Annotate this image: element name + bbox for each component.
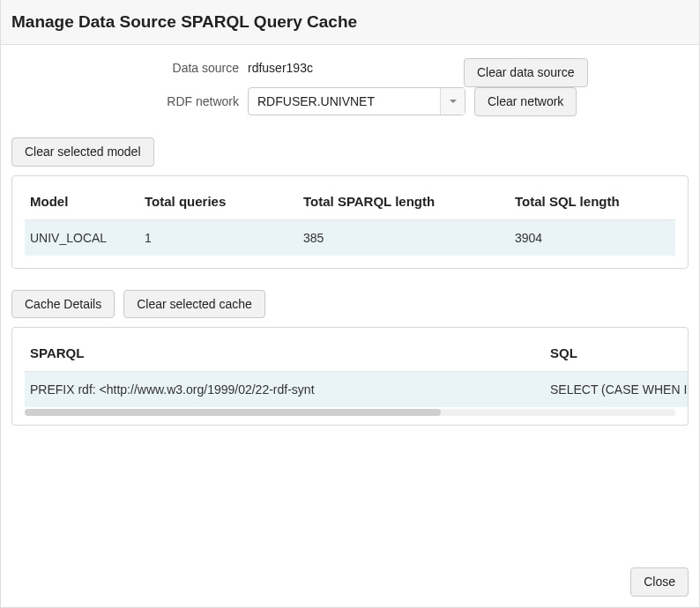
rdf-network-label: RDF network [11,94,239,108]
cache-col-sql: SQL [545,338,688,372]
table-row[interactable]: PREFIX rdf: <http://www.w3.org/1999/02/2… [25,372,688,408]
cell-total-sparql-length: 385 [298,219,510,256]
data-source-row: Data source rdfuser193c Clear data sourc… [11,61,689,75]
horizontal-scrollbar[interactable] [25,409,675,416]
models-table: Model Total queries Total SPARQL length … [25,187,675,256]
models-header-row: Model Total queries Total SPARQL length … [25,187,675,220]
cache-buttons-row: Cache Details Clear selected cache [11,290,689,319]
data-source-label: Data source [11,61,239,75]
rdf-network-select-value: RDFUSER.UNIVNET [249,88,440,115]
cell-total-sql-length: 3904 [510,219,675,256]
rdf-network-row: RDF network RDFUSER.UNIVNET Clear networ… [11,87,689,116]
models-panel: Model Total queries Total SPARQL length … [11,175,689,269]
data-source-value: rdfuser193c [248,61,313,75]
chevron-down-icon [440,88,465,115]
clear-selected-cache-button[interactable]: Clear selected cache [123,290,265,319]
dialog-title: Manage Data Source SPARQL Query Cache [11,12,689,32]
table-row[interactable]: UNIV_LOCAL 1 385 3904 [25,219,675,256]
cache-table: SPARQL SQL PREFIX rdf: <http://www.w3.or… [25,338,688,407]
cell-model: UNIV_LOCAL [25,219,139,256]
dialog-footer: Close [1,558,699,607]
cell-sql: SELECT (CASE WHEN INSTR(S,'\') > 0 THEN … [545,372,688,408]
cell-sparql: PREFIX rdf: <http://www.w3.org/1999/02/2… [25,372,545,408]
dialog: Manage Data Source SPARQL Query Cache Da… [0,0,700,608]
rdf-network-select[interactable]: RDFUSER.UNIVNET [248,87,465,115]
cache-col-sparql: SPARQL [25,338,545,372]
models-col-total-sparql-length: Total SPARQL length [298,187,510,220]
cache-panel: SPARQL SQL PREFIX rdf: <http://www.w3.or… [11,327,689,426]
cell-total-queries: 1 [139,219,298,256]
clear-selected-model-button[interactable]: Clear selected model [11,137,154,167]
dialog-body: Data source rdfuser193c Clear data sourc… [1,45,699,558]
cache-header-row: SPARQL SQL [25,338,688,372]
cache-details-button[interactable]: Cache Details [11,290,115,319]
clear-data-source-button[interactable]: Clear data source [464,58,588,87]
scrollbar-thumb[interactable] [25,409,441,416]
models-col-total-queries: Total queries [139,187,298,220]
models-col-total-sql-length: Total SQL length [510,187,675,220]
title-bar: Manage Data Source SPARQL Query Cache [1,0,699,45]
clear-network-button[interactable]: Clear network [474,87,577,116]
close-button[interactable]: Close [630,567,689,597]
models-col-model: Model [25,187,139,220]
